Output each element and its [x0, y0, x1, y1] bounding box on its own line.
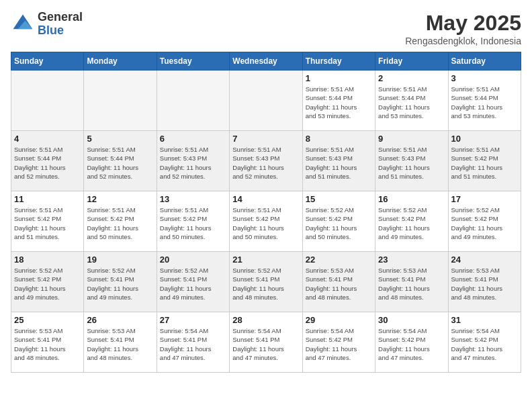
day-info: Sunrise: 5:51 AM Sunset: 5:42 PM Dayligh…: [87, 205, 153, 241]
day-info: Sunrise: 5:54 AM Sunset: 5:41 PM Dayligh…: [160, 326, 226, 362]
day-info: Sunrise: 5:51 AM Sunset: 5:42 PM Dayligh…: [451, 145, 518, 181]
calendar-cell: 16Sunrise: 5:52 AM Sunset: 5:42 PM Dayli…: [375, 191, 448, 252]
week-row-5: 25Sunrise: 5:53 AM Sunset: 5:41 PM Dayli…: [11, 312, 521, 373]
calendar-cell: 17Sunrise: 5:52 AM Sunset: 5:42 PM Dayli…: [448, 191, 521, 252]
day-info: Sunrise: 5:52 AM Sunset: 5:41 PM Dayligh…: [232, 266, 299, 302]
day-number: 6: [160, 134, 226, 144]
calendar-cell: 19Sunrise: 5:52 AM Sunset: 5:41 PM Dayli…: [84, 252, 157, 312]
calendar-cell: 12Sunrise: 5:51 AM Sunset: 5:42 PM Dayli…: [84, 191, 157, 252]
week-row-4: 18Sunrise: 5:52 AM Sunset: 5:42 PM Dayli…: [11, 252, 521, 312]
day-info: Sunrise: 5:51 AM Sunset: 5:42 PM Dayligh…: [160, 205, 226, 241]
day-number: 25: [14, 315, 81, 325]
day-info: Sunrise: 5:51 AM Sunset: 5:42 PM Dayligh…: [232, 205, 299, 241]
day-info: Sunrise: 5:51 AM Sunset: 5:44 PM Dayligh…: [451, 85, 518, 120]
day-number: 28: [232, 315, 299, 325]
day-info: Sunrise: 5:51 AM Sunset: 5:42 PM Dayligh…: [14, 205, 81, 241]
calendar-cell: 6Sunrise: 5:51 AM Sunset: 5:43 PM Daylig…: [157, 131, 229, 191]
day-info: Sunrise: 5:52 AM Sunset: 5:41 PM Dayligh…: [87, 266, 153, 302]
day-number: 26: [87, 315, 153, 325]
calendar-cell: 18Sunrise: 5:52 AM Sunset: 5:42 PM Dayli…: [11, 252, 84, 312]
day-number: 14: [232, 194, 299, 204]
day-info: Sunrise: 5:51 AM Sunset: 5:44 PM Dayligh…: [306, 85, 372, 120]
day-info: Sunrise: 5:51 AM Sunset: 5:44 PM Dayligh…: [378, 85, 445, 120]
day-number: 19: [87, 255, 153, 265]
day-number: 24: [451, 255, 518, 265]
day-info: Sunrise: 5:51 AM Sunset: 5:43 PM Dayligh…: [306, 145, 372, 181]
day-number: 1: [306, 73, 372, 83]
day-info: Sunrise: 5:51 AM Sunset: 5:43 PM Dayligh…: [232, 145, 299, 181]
month-title: May 2025: [405, 11, 521, 36]
day-number: 12: [87, 194, 153, 204]
location: Rengasdengklok, Indonesia: [405, 36, 521, 46]
day-number: 18: [14, 255, 81, 265]
day-info: Sunrise: 5:51 AM Sunset: 5:44 PM Dayligh…: [87, 145, 153, 181]
day-info: Sunrise: 5:54 AM Sunset: 5:42 PM Dayligh…: [306, 326, 372, 362]
calendar-cell: [84, 71, 157, 131]
day-info: Sunrise: 5:51 AM Sunset: 5:43 PM Dayligh…: [160, 145, 226, 181]
calendar-cell: 29Sunrise: 5:54 AM Sunset: 5:42 PM Dayli…: [302, 312, 375, 373]
page-header: General Blue May 2025 Rengasdengklok, In…: [11, 11, 521, 46]
day-number: 27: [160, 315, 226, 325]
calendar-cell: [230, 71, 302, 131]
calendar-cell: 20Sunrise: 5:52 AM Sunset: 5:41 PM Dayli…: [157, 252, 229, 312]
title-block: May 2025 Rengasdengklok, Indonesia: [405, 11, 521, 46]
calendar-cell: 4Sunrise: 5:51 AM Sunset: 5:44 PM Daylig…: [11, 131, 84, 191]
day-number: 23: [378, 255, 445, 265]
day-number: 13: [160, 194, 226, 204]
calendar-cell: 10Sunrise: 5:51 AM Sunset: 5:42 PM Dayli…: [448, 131, 521, 191]
weekday-header-thursday: Thursday: [302, 52, 375, 71]
logo-text: General Blue: [38, 11, 83, 38]
logo: General Blue: [11, 11, 83, 38]
day-info: Sunrise: 5:53 AM Sunset: 5:41 PM Dayligh…: [306, 266, 372, 302]
calendar-cell: 3Sunrise: 5:51 AM Sunset: 5:44 PM Daylig…: [448, 71, 521, 131]
logo-general: General: [38, 11, 83, 24]
calendar-cell: 13Sunrise: 5:51 AM Sunset: 5:42 PM Dayli…: [157, 191, 229, 252]
calendar-cell: 24Sunrise: 5:53 AM Sunset: 5:41 PM Dayli…: [448, 252, 521, 312]
day-info: Sunrise: 5:54 AM Sunset: 5:41 PM Dayligh…: [232, 326, 299, 362]
day-info: Sunrise: 5:52 AM Sunset: 5:42 PM Dayligh…: [14, 266, 81, 302]
day-info: Sunrise: 5:51 AM Sunset: 5:43 PM Dayligh…: [378, 145, 445, 181]
day-number: 4: [14, 134, 81, 144]
calendar: SundayMondayTuesdayWednesdayThursdayFrid…: [11, 52, 521, 373]
day-info: Sunrise: 5:54 AM Sunset: 5:42 PM Dayligh…: [451, 326, 518, 362]
weekday-header-tuesday: Tuesday: [157, 52, 229, 71]
day-number: 30: [378, 315, 445, 325]
day-info: Sunrise: 5:52 AM Sunset: 5:42 PM Dayligh…: [306, 205, 372, 241]
calendar-cell: 14Sunrise: 5:51 AM Sunset: 5:42 PM Dayli…: [230, 191, 302, 252]
calendar-cell: 31Sunrise: 5:54 AM Sunset: 5:42 PM Dayli…: [448, 312, 521, 373]
logo-blue: Blue: [38, 24, 83, 38]
logo-icon: [11, 12, 35, 36]
day-number: 20: [160, 255, 226, 265]
weekday-header-wednesday: Wednesday: [230, 52, 302, 71]
day-number: 7: [232, 134, 299, 144]
calendar-cell: 5Sunrise: 5:51 AM Sunset: 5:44 PM Daylig…: [84, 131, 157, 191]
calendar-cell: 25Sunrise: 5:53 AM Sunset: 5:41 PM Dayli…: [11, 312, 84, 373]
day-number: 17: [451, 194, 518, 204]
day-info: Sunrise: 5:52 AM Sunset: 5:42 PM Dayligh…: [451, 205, 518, 241]
day-info: Sunrise: 5:54 AM Sunset: 5:42 PM Dayligh…: [378, 326, 445, 362]
calendar-cell: 11Sunrise: 5:51 AM Sunset: 5:42 PM Dayli…: [11, 191, 84, 252]
day-number: 2: [378, 73, 445, 83]
calendar-cell: 22Sunrise: 5:53 AM Sunset: 5:41 PM Dayli…: [302, 252, 375, 312]
week-row-3: 11Sunrise: 5:51 AM Sunset: 5:42 PM Dayli…: [11, 191, 521, 252]
day-info: Sunrise: 5:52 AM Sunset: 5:41 PM Dayligh…: [160, 266, 226, 302]
calendar-cell: 15Sunrise: 5:52 AM Sunset: 5:42 PM Dayli…: [302, 191, 375, 252]
day-number: 9: [378, 134, 445, 144]
day-number: 10: [451, 134, 518, 144]
calendar-cell: 28Sunrise: 5:54 AM Sunset: 5:41 PM Dayli…: [230, 312, 302, 373]
weekday-header-friday: Friday: [375, 52, 448, 71]
weekday-header-sunday: Sunday: [11, 52, 84, 71]
week-row-1: 1Sunrise: 5:51 AM Sunset: 5:44 PM Daylig…: [11, 71, 521, 131]
weekday-header-saturday: Saturday: [448, 52, 521, 71]
day-number: 8: [306, 134, 372, 144]
day-number: 29: [306, 315, 372, 325]
calendar-cell: 9Sunrise: 5:51 AM Sunset: 5:43 PM Daylig…: [375, 131, 448, 191]
calendar-cell: 21Sunrise: 5:52 AM Sunset: 5:41 PM Dayli…: [230, 252, 302, 312]
weekday-header-row: SundayMondayTuesdayWednesdayThursdayFrid…: [11, 52, 521, 71]
calendar-cell: [157, 71, 229, 131]
weekday-header-monday: Monday: [84, 52, 157, 71]
calendar-cell: 2Sunrise: 5:51 AM Sunset: 5:44 PM Daylig…: [375, 71, 448, 131]
day-info: Sunrise: 5:53 AM Sunset: 5:41 PM Dayligh…: [87, 326, 153, 362]
day-info: Sunrise: 5:53 AM Sunset: 5:41 PM Dayligh…: [451, 266, 518, 302]
calendar-cell: 7Sunrise: 5:51 AM Sunset: 5:43 PM Daylig…: [230, 131, 302, 191]
